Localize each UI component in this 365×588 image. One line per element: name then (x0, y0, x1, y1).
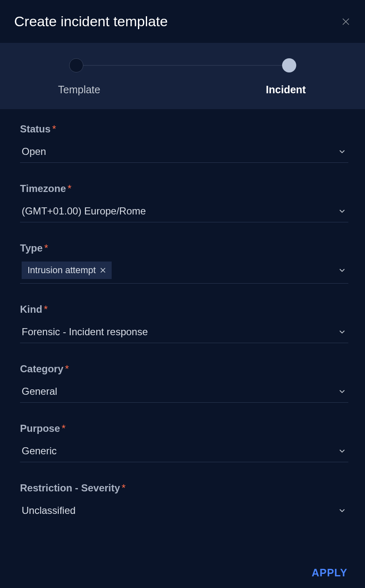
required-marker: * (52, 123, 56, 135)
stepper-track (71, 58, 294, 73)
field-type: Type* Intrusion attempt (20, 242, 348, 284)
label-type: Type* (20, 242, 348, 254)
chip-type-label: Intrusion attempt (28, 265, 96, 276)
select-timezone-value: (GMT+01.00) Europe/Rome (22, 205, 146, 217)
close-icon (341, 17, 350, 26)
dialog-header: Create incident template (0, 0, 365, 43)
chip-remove-icon[interactable] (99, 267, 107, 274)
chevron-down-icon (338, 387, 347, 396)
label-restriction-text: Restriction - Severity (20, 482, 120, 493)
label-type-text: Type (20, 242, 42, 254)
label-status-text: Status (20, 123, 50, 135)
stepper: Template Incident (0, 43, 365, 109)
label-purpose-text: Purpose (20, 423, 60, 434)
select-category-value: General (22, 386, 57, 397)
dialog-title: Create incident template (14, 13, 168, 30)
required-marker: * (44, 304, 48, 315)
field-category: Category* General (20, 363, 348, 403)
required-marker: * (44, 242, 48, 254)
stepper-line (78, 65, 287, 66)
label-status: Status* (20, 123, 348, 135)
field-purpose: Purpose* Generic (20, 423, 348, 462)
select-purpose[interactable]: Generic (20, 442, 348, 462)
select-category[interactable]: General (20, 382, 348, 403)
select-kind-value: Forensic - Incident response (22, 326, 148, 338)
select-status[interactable]: Open (20, 142, 348, 163)
chevron-down-icon (338, 506, 347, 515)
required-marker: * (122, 482, 125, 493)
field-status: Status* Open (20, 123, 348, 163)
step-dot-incident[interactable] (282, 58, 296, 72)
select-purpose-value: Generic (22, 445, 57, 457)
form: Status* Open Timezone* (GMT+01.00) Europ… (0, 109, 365, 521)
required-marker: * (68, 183, 71, 194)
chevron-down-icon (338, 327, 347, 336)
chevron-down-icon (338, 266, 347, 275)
select-kind[interactable]: Forensic - Incident response (20, 323, 348, 343)
chevron-down-icon (338, 446, 347, 456)
select-status-value: Open (22, 146, 46, 157)
chip-type: Intrusion attempt (22, 262, 112, 279)
field-restriction: Restriction - Severity* Unclassified (20, 482, 348, 521)
label-kind-text: Kind (20, 304, 42, 315)
field-kind: Kind* Forensic - Incident response (20, 304, 348, 343)
chevron-down-icon (338, 147, 347, 156)
select-type[interactable]: Intrusion attempt (20, 262, 348, 284)
required-marker: * (65, 363, 69, 374)
label-kind: Kind* (20, 304, 348, 315)
label-timezone-text: Timezone (20, 183, 66, 194)
step-label-incident[interactable]: Incident (257, 84, 315, 96)
chevron-down-icon (338, 207, 347, 216)
step-label-template[interactable]: Template (50, 84, 108, 96)
label-purpose: Purpose* (20, 423, 348, 434)
apply-button[interactable]: APPLY (312, 567, 348, 579)
stepper-labels: Template Incident (50, 84, 315, 96)
select-restriction-value: Unclassified (22, 505, 75, 516)
close-button[interactable] (340, 16, 352, 27)
select-restriction[interactable]: Unclassified (20, 501, 348, 521)
step-dot-template[interactable] (69, 58, 83, 72)
label-category: Category* (20, 363, 348, 375)
label-timezone: Timezone* (20, 183, 348, 194)
field-timezone: Timezone* (GMT+01.00) Europe/Rome (20, 183, 348, 222)
select-timezone[interactable]: (GMT+01.00) Europe/Rome (20, 202, 348, 222)
required-marker: * (62, 423, 65, 434)
label-restriction: Restriction - Severity* (20, 482, 348, 494)
label-category-text: Category (20, 363, 63, 374)
footer: APPLY (312, 567, 348, 579)
